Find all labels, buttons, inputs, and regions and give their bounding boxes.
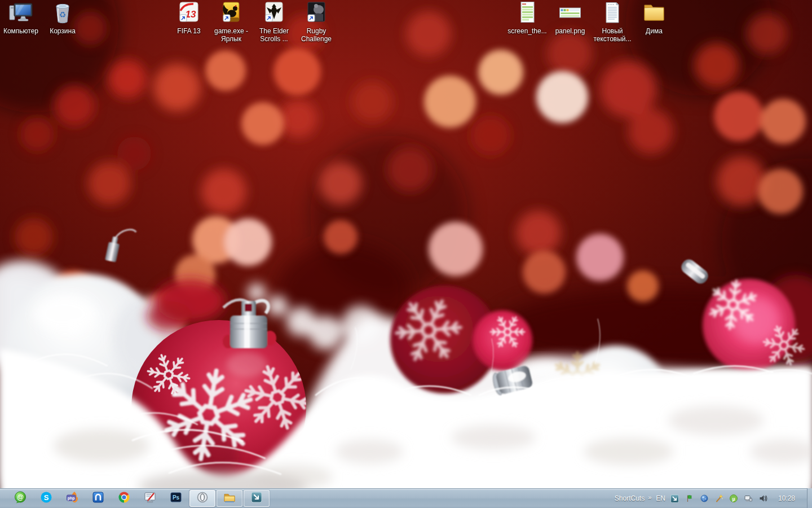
desktop-icon-panel-png[interactable]: panel.png — [549, 2, 592, 35]
php-flame-icon: php — [65, 491, 79, 506]
taskbar-clock[interactable]: 10:28 — [778, 494, 795, 502]
show-desktop-button[interactable] — [807, 488, 812, 508]
game-exe-icon — [210, 2, 253, 27]
shortcut-arrow-icon — [223, 15, 230, 21]
photoshop-icon: Ps — [169, 491, 183, 506]
svg-text:♻: ♻ — [59, 10, 67, 19]
image-file-icon — [506, 2, 549, 27]
icon-label: Компьютер — [0, 27, 42, 35]
shortcut-arrow-icon — [308, 15, 315, 21]
monitor-pen-app-icon — [143, 491, 157, 506]
svg-text:Ps: Ps — [173, 494, 180, 501]
recycle-bin-icon: ♻ — [41, 2, 84, 27]
icon-label: panel.png — [549, 27, 592, 35]
computer-icon — [0, 2, 42, 27]
teal-arrow-icon — [250, 491, 263, 506]
desktop-icon-rugby-challenge[interactable]: Rugby Challenge — [295, 2, 338, 43]
circle-glyph-icon — [196, 491, 209, 506]
desktop-icon-computer[interactable]: Компьютер — [0, 2, 42, 35]
fifa-13-icon: 13 — [167, 2, 210, 27]
shortcut-arrow-icon — [266, 15, 272, 21]
wallpaper-image — [0, 0, 812, 488]
desktop-icon-screen-image[interactable]: screen_the... — [506, 2, 549, 35]
utorrent-icon[interactable]: µ — [729, 493, 739, 503]
monitor-pen-app-button[interactable] — [137, 489, 163, 508]
svg-text:µ: µ — [732, 496, 735, 502]
elder-scrolls-icon — [253, 2, 295, 27]
blue-arch-app-button[interactable] — [85, 489, 111, 508]
taskbar-pinned-area: @ S php — [0, 489, 270, 508]
magic-wand-icon[interactable] — [714, 493, 724, 503]
taskbar: @ S php — [0, 488, 812, 508]
photoshop-button[interactable]: Ps — [163, 489, 189, 508]
blue-arch-app-icon — [91, 491, 105, 506]
globe-icon[interactable] — [699, 493, 709, 503]
teal-arrow-tray-icon[interactable] — [670, 493, 680, 503]
tray-toolbar-shortcuts[interactable]: ShortCuts — [615, 494, 645, 502]
svg-text:S: S — [44, 493, 49, 502]
svg-text:php: php — [68, 496, 75, 501]
text-file-icon — [591, 2, 634, 27]
folder-icon — [633, 2, 676, 27]
icon-label: game.exe - Ярлык — [210, 27, 253, 43]
skype-icon: S — [39, 491, 53, 506]
php-flame-button[interactable]: php — [59, 489, 85, 508]
desktop-icon-new-text-document[interactable]: Новый текстовый... — [591, 2, 634, 43]
icon-label: Новый текстовый... — [591, 27, 634, 43]
desktop-icon-recycle-bin[interactable]: ♻ Корзина — [41, 2, 84, 35]
tray-toolbar-chevron[interactable]: » — [648, 494, 651, 501]
explorer-window-button[interactable] — [217, 490, 242, 507]
messenger-at-button[interactable]: @ — [7, 489, 33, 508]
desktop-icon-game-exe[interactable]: game.exe - Ярлык — [210, 2, 253, 43]
desktop-icon-fifa-13[interactable]: 13 FIFA 13 — [167, 2, 210, 35]
icon-label: FIFA 13 — [167, 27, 210, 35]
teal-arrow-window-button[interactable] — [244, 490, 270, 507]
desktop-icon-folder-dima[interactable]: Дима — [633, 2, 676, 35]
icon-label: screen_the... — [506, 27, 549, 35]
green-flag-icon[interactable] — [685, 493, 695, 503]
chrome-button[interactable] — [111, 489, 137, 508]
chrome-icon — [117, 491, 131, 506]
image-file-icon — [549, 2, 592, 27]
messenger-at-icon: @ — [14, 491, 27, 506]
language-indicator[interactable]: EN — [656, 494, 665, 502]
desktop: Компьютер ♻ Корзина 13 — [0, 0, 812, 488]
icon-label: Дима — [633, 27, 676, 35]
system-tray: ShortCuts » EN — [615, 489, 812, 508]
rugby-challenge-icon — [295, 2, 338, 27]
volume-icon[interactable] — [758, 493, 768, 503]
icon-label: Rugby Challenge — [295, 27, 338, 43]
shortcut-arrow-icon — [180, 15, 187, 21]
circle-glyph-window-button[interactable] — [189, 490, 215, 507]
icon-label: Корзина — [41, 27, 84, 35]
network-status-icon[interactable] — [743, 493, 753, 503]
icon-label: The Elder Scrolls ... — [253, 27, 295, 43]
svg-text:@: @ — [17, 493, 24, 501]
skype-button[interactable]: S — [33, 489, 59, 508]
explorer-folder-icon — [223, 491, 236, 506]
desktop-icon-elder-scrolls[interactable]: The Elder Scrolls ... — [253, 2, 295, 43]
